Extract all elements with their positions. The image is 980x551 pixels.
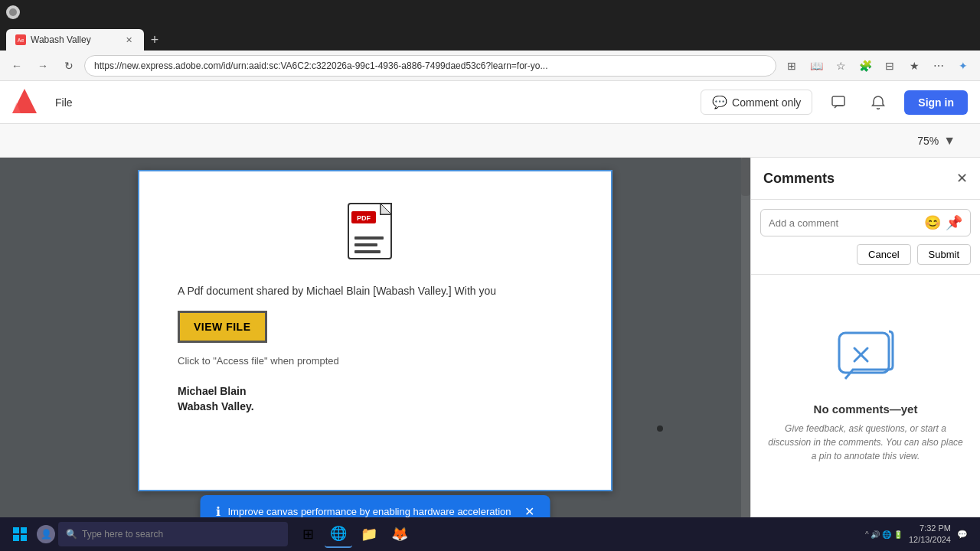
browser-extensions-icon[interactable]: 🧩 bbox=[854, 55, 876, 77]
pdf-viewer: PDF A Pdf document shared by Michael Bla… bbox=[0, 158, 750, 551]
comments-close-button[interactable]: ✕ bbox=[956, 170, 968, 187]
tab-bar: Ae Wabash Valley ✕ + bbox=[0, 24, 980, 51]
main-layout: PDF A Pdf document shared by Michael Bla… bbox=[0, 158, 980, 551]
taskbar-right: ^ 🔊 🌐 🔋 7:32 PM 12/13/2024 💬 bbox=[865, 523, 974, 546]
read-mode-icon[interactable]: 📖 bbox=[805, 55, 827, 77]
forward-button[interactable]: → bbox=[32, 55, 54, 77]
comment-input-area: 😊 📌 Cancel Submit bbox=[751, 200, 980, 275]
zoom-dropdown-icon[interactable]: ▼ bbox=[943, 134, 956, 148]
task-view-button[interactable]: ⊞ bbox=[294, 520, 322, 548]
author-name: Michael Blain bbox=[178, 385, 573, 397]
file-menu[interactable]: File bbox=[49, 93, 79, 112]
emoji-icon[interactable]: 😊 bbox=[924, 214, 941, 231]
submit-button[interactable]: Submit bbox=[917, 244, 971, 265]
more-menu-icon[interactable]: ⋯ bbox=[928, 55, 949, 77]
svg-text:PDF: PDF bbox=[357, 214, 371, 222]
pdf-description: A Pdf document shared by Michael Blain [… bbox=[178, 285, 573, 297]
comment-input[interactable] bbox=[769, 217, 920, 229]
comment-only-label: Comment only bbox=[732, 96, 801, 109]
pdf-document-icon: PDF bbox=[347, 202, 404, 269]
taskbar-clock: 7:32 PM 12/13/2024 bbox=[909, 523, 951, 546]
split-view-icon[interactable]: ⊟ bbox=[879, 55, 900, 77]
no-comments-title: No comments—yet bbox=[814, 403, 918, 416]
address-input[interactable] bbox=[84, 55, 776, 77]
svg-rect-8 bbox=[354, 243, 377, 246]
start-button[interactable] bbox=[6, 520, 34, 548]
copilot-icon[interactable]: ✦ bbox=[952, 55, 974, 77]
svg-point-0 bbox=[9, 8, 17, 16]
org-name: Wabash Valley. bbox=[178, 400, 573, 412]
cancel-button[interactable]: Cancel bbox=[857, 244, 910, 265]
system-icons: ^ 🔊 🌐 🔋 bbox=[865, 530, 903, 539]
address-bar: ← → ↻ ⊞ 📖 ☆ 🧩 ⊟ ★ ⋯ ✦ bbox=[0, 51, 980, 81]
comment-actions: Cancel Submit bbox=[760, 244, 971, 265]
svg-rect-9 bbox=[354, 250, 381, 253]
user-avatar: 👤 bbox=[37, 525, 55, 543]
taskbar-apps: ⊞ 🌐 📁 🦊 bbox=[294, 520, 413, 548]
svg-rect-3 bbox=[832, 96, 844, 106]
notifications-button[interactable] bbox=[864, 89, 892, 116]
favorites-icon[interactable]: ☆ bbox=[830, 55, 851, 77]
tab-close-button[interactable]: ✕ bbox=[122, 34, 135, 46]
adobe-logo bbox=[12, 89, 37, 116]
zoom-control: 75% ▼ bbox=[917, 134, 956, 148]
pdf-icon-area: PDF bbox=[178, 202, 573, 269]
click-hint: Click to "Access file" when prompted bbox=[178, 355, 573, 367]
svg-rect-19 bbox=[13, 535, 19, 541]
search-icon: 🔍 bbox=[66, 529, 77, 540]
file-explorer-taskbar[interactable]: 📁 bbox=[355, 520, 383, 548]
comment-only-button[interactable]: 💬 Comment only bbox=[701, 90, 812, 115]
no-comments-area: No comments—yet Give feedback, ask quest… bbox=[751, 275, 980, 517]
comments-icon-button[interactable] bbox=[825, 89, 852, 116]
tab-title: Wabash Valley bbox=[31, 34, 91, 45]
pin-icon[interactable]: 📌 bbox=[946, 214, 962, 231]
firefox-taskbar[interactable]: 🦊 bbox=[386, 520, 413, 548]
scrollbar[interactable] bbox=[741, 158, 750, 551]
window-icon bbox=[6, 5, 20, 19]
tab-favicon: Ae bbox=[15, 34, 26, 45]
comments-panel: Comments ✕ 😊 📌 Cancel Submit bbox=[750, 158, 980, 551]
no-comments-icon bbox=[831, 329, 900, 390]
sign-in-button[interactable]: Sign in bbox=[904, 90, 968, 115]
cursor bbox=[657, 425, 663, 432]
toolbar: 75% ▼ bbox=[0, 124, 980, 158]
comments-panel-title: Comments bbox=[763, 171, 835, 187]
svg-rect-7 bbox=[354, 236, 384, 240]
new-tab-button[interactable]: + bbox=[144, 29, 165, 51]
app-selector-icon[interactable]: ⊞ bbox=[781, 55, 802, 77]
zoom-value: 75% bbox=[917, 135, 939, 147]
taskbar-search-placeholder: Type here to search bbox=[82, 529, 163, 540]
comment-icon: 💬 bbox=[712, 95, 727, 109]
toast-message: Improve canvas performance by enabling h… bbox=[228, 506, 511, 517]
scrollbar-thumb[interactable] bbox=[741, 158, 750, 196]
back-button[interactable]: ← bbox=[6, 55, 28, 77]
taskbar-search[interactable]: 🔍 Type here to search bbox=[58, 522, 288, 546]
no-comments-desc: Give feedback, ask questions, or start a… bbox=[766, 422, 965, 463]
taskbar-date-value: 12/13/2024 bbox=[909, 534, 951, 546]
comment-input-row: 😊 📌 bbox=[760, 209, 971, 236]
svg-rect-17 bbox=[13, 527, 19, 533]
app-header: File 💬 Comment only Sign in bbox=[0, 81, 980, 124]
taskbar: 👤 🔍 Type here to search ⊞ 🌐 📁 🦊 ^ 🔊 🌐 🔋 … bbox=[0, 517, 980, 551]
refresh-button[interactable]: ↻ bbox=[58, 55, 80, 77]
favorites-bar-icon[interactable]: ★ bbox=[903, 55, 925, 77]
taskbar-time-value: 7:32 PM bbox=[909, 523, 951, 534]
active-tab[interactable]: Ae Wabash Valley ✕ bbox=[6, 29, 144, 51]
svg-rect-20 bbox=[21, 535, 27, 541]
svg-rect-18 bbox=[21, 527, 27, 533]
notification-center-icon[interactable]: 💬 bbox=[957, 530, 968, 540]
view-file-button[interactable]: VIEW FILE bbox=[178, 311, 267, 343]
edge-browser-taskbar[interactable]: 🌐 bbox=[325, 520, 352, 548]
pdf-page: PDF A Pdf document shared by Michael Bla… bbox=[138, 170, 612, 491]
comments-panel-header: Comments ✕ bbox=[751, 158, 980, 200]
title-bar bbox=[0, 0, 980, 24]
